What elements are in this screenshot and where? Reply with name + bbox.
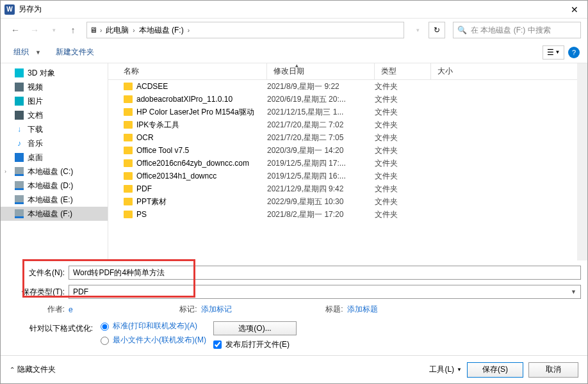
filetype-value: PDF — [73, 287, 88, 296]
tags-value[interactable]: 添加标记 — [201, 304, 232, 315]
sidebar-item-label: 下载 — [28, 124, 43, 135]
file-type-cell: 文件夹 — [375, 196, 431, 207]
table-row[interactable]: OCR2021/7/20,星期二 7:05文件夹 — [108, 131, 577, 144]
file-list[interactable]: ACDSEE2021/8/9,星期一 9:22文件夹adobeacrobatXI… — [108, 80, 577, 260]
sidebar-item-label: 3D 对象 — [28, 68, 55, 79]
breadcrumb-pc[interactable]: 此电脑 — [104, 25, 130, 36]
chevron-icon[interactable]: › — [130, 27, 137, 34]
help-button[interactable]: ? — [568, 47, 580, 58]
file-name-cell: Office2016cn64zyb_downcc.com — [108, 159, 267, 168]
title-label: 标题: — [322, 304, 347, 315]
column-name[interactable]: 名称 — [108, 63, 267, 79]
sidebar-item[interactable]: 图片 — [1, 94, 108, 108]
sidebar-item[interactable]: 文档 — [1, 108, 108, 122]
search-placeholder: 在 本地磁盘 (F:) 中搜索 — [471, 25, 551, 36]
title-value[interactable]: 添加标题 — [347, 304, 378, 315]
vid-icon — [15, 83, 24, 92]
folder-icon — [124, 83, 133, 90]
file-name-cell: HP Color LaserJet Pro M154a驱动 — [108, 107, 267, 118]
table-row[interactable]: IPK专杀工具2021/7/20,星期二 7:02文件夹 — [108, 118, 577, 131]
forward-button[interactable]: → — [26, 22, 43, 38]
chevron-down-icon[interactable]: ▼ — [35, 49, 42, 56]
hide-folders-button[interactable]: ⌃ 隐藏文件夹 — [10, 364, 56, 375]
sidebar-item[interactable]: ↓下载 — [1, 122, 108, 136]
sidebar-item[interactable]: 本地磁盘 (D:) — [1, 179, 108, 193]
tags-label: 标记: — [176, 304, 201, 315]
chevron-up-icon: ⌃ — [10, 366, 15, 373]
sidebar-item[interactable]: ›本地磁盘 (C:) — [1, 164, 108, 179]
window-title: 另存为 — [19, 4, 562, 15]
drive-icon — [15, 195, 24, 204]
breadcrumb[interactable]: 🖥 › 此电脑 › 本地磁盘 (F:) › — [86, 22, 404, 38]
column-size[interactable]: 大小 — [431, 63, 577, 79]
vertical-scrollbar[interactable] — [577, 63, 587, 260]
folder-icon — [124, 198, 133, 205]
close-button[interactable]: ✕ — [562, 1, 587, 19]
optimize-heading: 针对以下格式优化: — [29, 321, 97, 334]
folder-icon — [124, 172, 133, 180]
sidebar-item[interactable]: 桌面 — [1, 150, 108, 164]
body-split: 3D 对象视频图片文档↓下载♪音乐桌面›本地磁盘 (C:)本地磁盘 (D:)本地… — [1, 63, 587, 260]
up-button[interactable]: ↑ — [65, 22, 81, 38]
table-row[interactable]: ACDSEE2021/8/9,星期一 9:22文件夹 — [108, 80, 577, 93]
table-row[interactable]: PS2021/8/2,星期一 17:20文件夹 — [108, 208, 577, 221]
file-name-cell: PDF — [108, 184, 267, 193]
filename-input[interactable] — [69, 266, 581, 280]
organize-button[interactable]: 组织 — [8, 44, 34, 60]
new-folder-button[interactable]: 新建文件夹 — [51, 44, 99, 60]
options-button[interactable]: 选项(O)... — [213, 321, 297, 335]
table-row[interactable]: PDF2021/12/9,星期四 9:42文件夹 — [108, 182, 577, 195]
table-row[interactable]: HP Color LaserJet Pro M154a驱动2021/12/15,… — [108, 106, 577, 118]
view-mode-button[interactable]: ☰ ▼ — [543, 45, 564, 60]
file-type-cell: 文件夹 — [375, 107, 431, 118]
folder-icon — [124, 185, 133, 193]
file-name-cell: PPT素材 — [108, 196, 267, 207]
save-button[interactable]: 保存(S) — [467, 362, 523, 378]
3d-icon — [15, 68, 24, 77]
drive-icon — [15, 167, 24, 176]
file-type-cell: 文件夹 — [375, 120, 431, 131]
author-value[interactable]: e — [69, 305, 73, 314]
file-name-cell: ACDSEE — [108, 82, 267, 91]
search-input[interactable]: 🔍 在 本地磁盘 (F:) 中搜索 — [453, 22, 581, 38]
column-date[interactable]: 修改日期 — [267, 63, 375, 79]
table-row[interactable]: Office20134h1_downcc2019/12/5,星期四 16:...… — [108, 170, 577, 182]
table-row[interactable]: Office Tool v7.52020/3/9,星期一 14:20文件夹 — [108, 144, 577, 157]
file-date-cell: 2021/7/20,星期二 7:05 — [267, 132, 375, 143]
filetype-combobox[interactable]: PDF ▼ — [69, 285, 581, 299]
radio-minimum[interactable]: 最小文件大小(联机发布)(M) — [101, 335, 213, 346]
table-row[interactable]: adobeacrobatXIPro_11.0.102020/6/19,星期五 2… — [108, 93, 577, 106]
sidebar-item[interactable]: 本地磁盘 (E:) — [1, 193, 108, 207]
file-date-cell: 2021/7/20,星期二 7:02 — [267, 120, 375, 131]
breadcrumb-drive[interactable]: 本地磁盘 (F:) — [138, 25, 185, 36]
sidebar-item-label: 视频 — [28, 82, 43, 93]
sidebar: 3D 对象视频图片文档↓下载♪音乐桌面›本地磁盘 (C:)本地磁盘 (D:)本地… — [1, 63, 108, 260]
table-row[interactable]: Office2016cn64zyb_downcc.com2019/12/5,星期… — [108, 157, 577, 170]
path-dropdown[interactable]: ▾ — [409, 22, 426, 38]
expand-icon[interactable]: › — [4, 168, 6, 175]
back-button[interactable]: ← — [7, 22, 24, 38]
filetype-label: 保存类型(T): — [15, 287, 69, 298]
tools-dropdown[interactable]: 工具(L) ▼ — [429, 364, 462, 375]
nav-bar: ← → ▾ ↑ 🖥 › 此电脑 › 本地磁盘 (F:) › ▾ ↻ 🔍 在 本地… — [1, 19, 587, 42]
footer: ⌃ 隐藏文件夹 工具(L) ▼ 保存(S) 取消 — [1, 355, 587, 383]
toolbar: 组织 ▼ 新建文件夹 ☰ ▼ ? — [1, 42, 587, 63]
folder-icon — [124, 134, 133, 141]
doc-icon — [15, 111, 24, 120]
radio-standard[interactable]: 标准(打印和联机发布)(A) — [101, 321, 213, 332]
sidebar-item[interactable]: ♪音乐 — [1, 136, 108, 150]
file-date-cell: 2020/6/19,星期五 20:... — [267, 94, 375, 105]
cancel-button[interactable]: 取消 — [528, 362, 578, 378]
sort-indicator-icon: ▴ — [295, 62, 298, 68]
recent-dropdown[interactable]: ▾ — [45, 22, 62, 38]
column-type[interactable]: 类型 — [375, 63, 431, 79]
refresh-button[interactable]: ↻ — [429, 22, 445, 38]
folder-icon — [124, 121, 133, 129]
table-row[interactable]: PPT素材2022/9/9,星期五 10:30文件夹 — [108, 195, 577, 208]
open-after-checkbox[interactable]: 发布后打开文件(E) — [213, 339, 581, 350]
sidebar-item[interactable]: 视频 — [1, 80, 108, 94]
sidebar-item[interactable]: 本地磁盘 (F:) — [1, 207, 108, 221]
chevron-icon[interactable]: › — [185, 27, 192, 34]
chevron-icon[interactable]: › — [97, 27, 104, 34]
sidebar-item[interactable]: 3D 对象 — [1, 66, 108, 80]
